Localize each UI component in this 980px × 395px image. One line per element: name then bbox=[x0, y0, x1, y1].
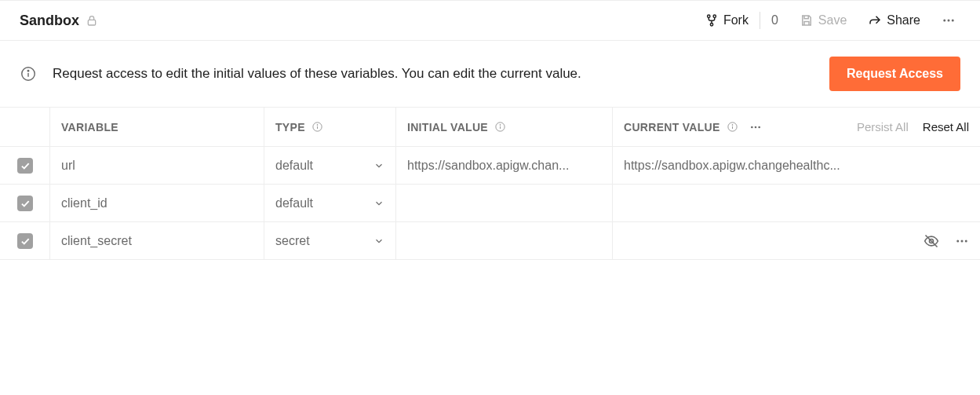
header-initial: INITIAL VALUE bbox=[396, 108, 613, 146]
svg-point-19 bbox=[751, 126, 753, 128]
share-label: Share bbox=[887, 13, 920, 27]
lock-icon bbox=[86, 14, 98, 27]
checkbox-checked-icon[interactable] bbox=[17, 158, 33, 174]
svg-point-12 bbox=[317, 125, 318, 126]
dots-icon[interactable] bbox=[955, 234, 969, 248]
fork-label: Fork bbox=[723, 13, 749, 27]
info-icon[interactable] bbox=[727, 121, 738, 133]
svg-point-9 bbox=[27, 71, 28, 71]
table-row: url default https://sandbox.apigw.chan..… bbox=[0, 147, 980, 185]
header: Sandbox Fork 0 bbox=[0, 0, 980, 41]
chevron-down-icon bbox=[373, 160, 384, 171]
variable-type-cell[interactable]: default bbox=[264, 185, 396, 221]
variable-name-cell[interactable]: url bbox=[50, 147, 264, 184]
current-value-cell[interactable]: https://sandbox.apigw.changehealthc... bbox=[613, 147, 980, 184]
type-value: secret bbox=[275, 234, 310, 248]
svg-point-18 bbox=[732, 125, 733, 126]
type-value: default bbox=[275, 196, 313, 210]
current-value-cell[interactable] bbox=[613, 185, 980, 221]
fork-button[interactable]: Fork bbox=[700, 10, 753, 31]
chevron-down-icon bbox=[373, 236, 384, 247]
svg-point-4 bbox=[943, 20, 945, 22]
more-actions-button[interactable] bbox=[937, 9, 960, 32]
dots-icon bbox=[749, 121, 762, 133]
fork-group: Fork 0 bbox=[700, 10, 783, 31]
divider bbox=[760, 12, 760, 29]
fork-icon bbox=[705, 13, 719, 27]
header-current: CURRENT VALUE Persist All Reset All bbox=[613, 108, 980, 146]
initial-value: https://sandbox.apigw.chan... bbox=[407, 159, 601, 173]
header-left: Sandbox bbox=[20, 13, 98, 29]
svg-point-24 bbox=[956, 240, 959, 242]
banner-left: Request access to edit the initial value… bbox=[20, 65, 581, 82]
row-checkbox-cell bbox=[0, 147, 50, 184]
save-label: Save bbox=[818, 13, 847, 27]
svg-point-2 bbox=[713, 15, 716, 17]
variable-type-cell[interactable]: secret bbox=[264, 222, 396, 259]
fork-count: 0 bbox=[767, 13, 783, 27]
variables-table: VARIABLE TYPE INITIAL VALUE CURRENT VALU… bbox=[0, 107, 980, 260]
table-header-row: VARIABLE TYPE INITIAL VALUE CURRENT VALU… bbox=[0, 108, 980, 147]
initial-value-cell: https://sandbox.apigw.chan... bbox=[396, 147, 613, 184]
initial-value-cell bbox=[396, 222, 613, 259]
checkbox-checked-icon[interactable] bbox=[17, 196, 33, 211]
header-actions: Fork 0 Save Share bbox=[700, 9, 960, 32]
variable-name-cell[interactable]: client_secret bbox=[50, 222, 264, 259]
svg-point-21 bbox=[758, 126, 760, 128]
share-button[interactable]: Share bbox=[863, 10, 925, 31]
persist-all-button[interactable]: Persist All bbox=[857, 120, 909, 133]
access-banner: Request access to edit the initial value… bbox=[0, 41, 980, 107]
type-value: default bbox=[275, 159, 313, 173]
svg-point-5 bbox=[948, 20, 950, 22]
svg-point-6 bbox=[952, 20, 954, 22]
row-checkbox-cell bbox=[0, 185, 50, 221]
header-variable: VARIABLE bbox=[50, 108, 264, 146]
svg-point-3 bbox=[710, 24, 712, 26]
dots-icon bbox=[942, 13, 956, 27]
row-checkbox-cell bbox=[0, 222, 50, 259]
share-icon bbox=[868, 13, 882, 27]
save-icon bbox=[800, 13, 814, 27]
svg-point-26 bbox=[965, 240, 967, 242]
table-row: client_id default bbox=[0, 185, 980, 222]
current-value-options-button[interactable] bbox=[745, 116, 767, 138]
variable-type-cell[interactable]: default bbox=[264, 147, 396, 184]
request-access-button[interactable]: Request Access bbox=[829, 57, 960, 91]
variable-name: client_id bbox=[61, 196, 107, 210]
current-value: https://sandbox.apigw.changehealthc... bbox=[624, 159, 969, 173]
header-checkbox-col bbox=[0, 108, 50, 146]
table-row: client_secret secret bbox=[0, 222, 980, 260]
chevron-down-icon bbox=[373, 198, 384, 209]
svg-rect-0 bbox=[88, 20, 95, 25]
info-icon[interactable] bbox=[311, 121, 323, 133]
svg-point-1 bbox=[708, 15, 710, 17]
eye-off-icon[interactable] bbox=[924, 233, 939, 249]
info-icon[interactable] bbox=[494, 121, 506, 133]
reset-all-button[interactable]: Reset All bbox=[923, 120, 969, 133]
info-icon bbox=[20, 65, 37, 82]
svg-point-25 bbox=[961, 240, 964, 242]
checkbox-checked-icon[interactable] bbox=[17, 233, 33, 249]
current-value-cell[interactable] bbox=[613, 222, 980, 259]
svg-point-20 bbox=[754, 126, 756, 128]
initial-value-cell bbox=[396, 185, 613, 221]
header-type: TYPE bbox=[264, 108, 396, 146]
variable-name-cell[interactable]: client_id bbox=[50, 185, 264, 221]
banner-text: Request access to edit the initial value… bbox=[53, 66, 581, 82]
environment-title: Sandbox bbox=[20, 13, 79, 29]
variable-name: client_secret bbox=[61, 234, 132, 248]
svg-point-15 bbox=[500, 125, 501, 126]
save-button: Save bbox=[795, 10, 851, 31]
variable-name: url bbox=[61, 159, 75, 173]
